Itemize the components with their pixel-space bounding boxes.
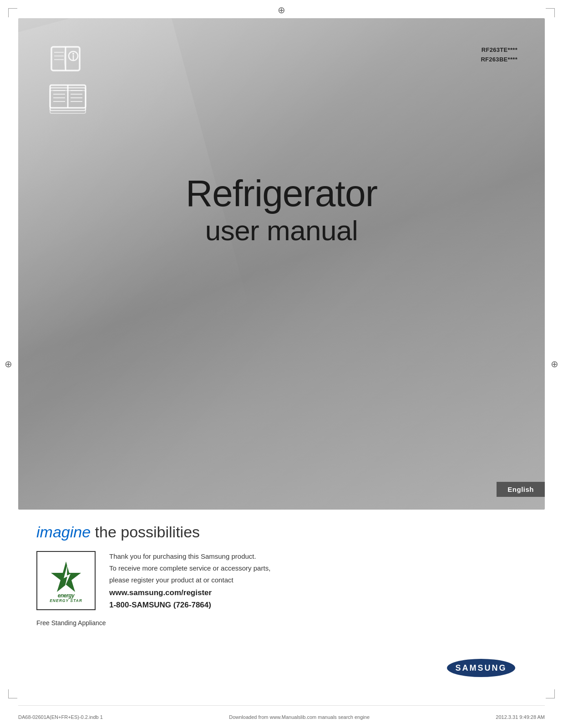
main-title-area: Refrigerator user manual bbox=[18, 173, 545, 248]
energy-star-box: energy ENERGY STAR bbox=[36, 551, 96, 610]
samsung-logo-svg: SAMSUNG bbox=[445, 655, 517, 678]
body-line-3: please register your product at or conta… bbox=[109, 575, 527, 586]
info-book-icon bbox=[48, 43, 84, 75]
main-title: Refrigerator bbox=[18, 173, 545, 214]
reg-mark-br bbox=[546, 689, 555, 698]
model-numbers: RF263TE**** RF263BE**** bbox=[481, 46, 517, 65]
model-number-1: RF263TE**** bbox=[481, 46, 517, 55]
crosshair-right: ⊕ bbox=[551, 359, 558, 369]
svg-text:SAMSUNG: SAMSUNG bbox=[455, 663, 507, 672]
svg-point-3 bbox=[72, 53, 74, 55]
sub-title: user manual bbox=[18, 214, 545, 248]
reg-mark-tr bbox=[546, 8, 555, 17]
body-line-1: Thank you for purchasing this Samsung pr… bbox=[109, 551, 527, 562]
samsung-logo: SAMSUNG bbox=[445, 655, 517, 678]
svg-text:ENERGY STAR: ENERGY STAR bbox=[50, 598, 82, 602]
reg-mark-tl bbox=[8, 8, 17, 17]
energy-star-logo: energy ENERGY STAR bbox=[46, 559, 86, 602]
crosshair-left: ⊕ bbox=[5, 359, 12, 369]
energy-star-content: energy ENERGY STAR bbox=[41, 559, 91, 602]
tagline-rest: the possibilities bbox=[91, 523, 200, 541]
bottom-content: energy ENERGY STAR Thank you for purchas… bbox=[36, 551, 527, 611]
footer-bar: DA68-02601A(EN+FR+ES)-0.2.indb 1 Downloa… bbox=[18, 705, 545, 728]
language-badge: English bbox=[497, 482, 545, 497]
website-link: www.samsung.com/register bbox=[109, 586, 527, 599]
reg-mark-bl bbox=[8, 689, 17, 698]
bottom-section: imagine the possibilities energy ENERGY … bbox=[18, 510, 545, 705]
crosshair-top bbox=[278, 5, 285, 15]
footer-left-text: DA68-02601A(EN+FR+ES)-0.2.indb 1 bbox=[18, 714, 103, 720]
open-book-icon bbox=[48, 82, 89, 116]
svg-text:energy: energy bbox=[58, 592, 75, 599]
footer-download-text: Downloaded from www.Manualslib.com manua… bbox=[229, 714, 370, 720]
tagline: imagine the possibilities bbox=[36, 523, 527, 541]
model-number-2: RF263BE**** bbox=[481, 55, 517, 65]
energy-word: energy ENERGY STAR bbox=[46, 559, 86, 602]
body-line-2: To receive more complete service or acce… bbox=[109, 563, 527, 574]
body-text-area: Thank you for purchasing this Samsung pr… bbox=[109, 551, 527, 611]
tagline-italic: imagine bbox=[36, 523, 91, 541]
icons-area bbox=[48, 43, 89, 116]
footer-right-text: 2012.3.31 9:49:28 AM bbox=[496, 714, 545, 720]
free-standing-label: Free Standing Appliance bbox=[36, 619, 527, 627]
phone-number: 1-800-SAMSUNG (726-7864) bbox=[109, 599, 527, 611]
cover-area: RF263TE**** RF263BE**** bbox=[18, 18, 545, 510]
